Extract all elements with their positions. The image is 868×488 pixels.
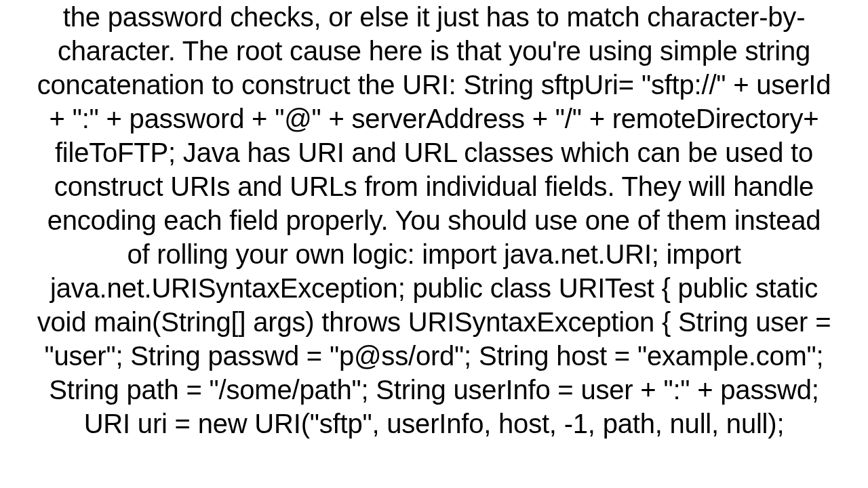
document-body: the password checks, or else it just has… (0, 0, 868, 441)
